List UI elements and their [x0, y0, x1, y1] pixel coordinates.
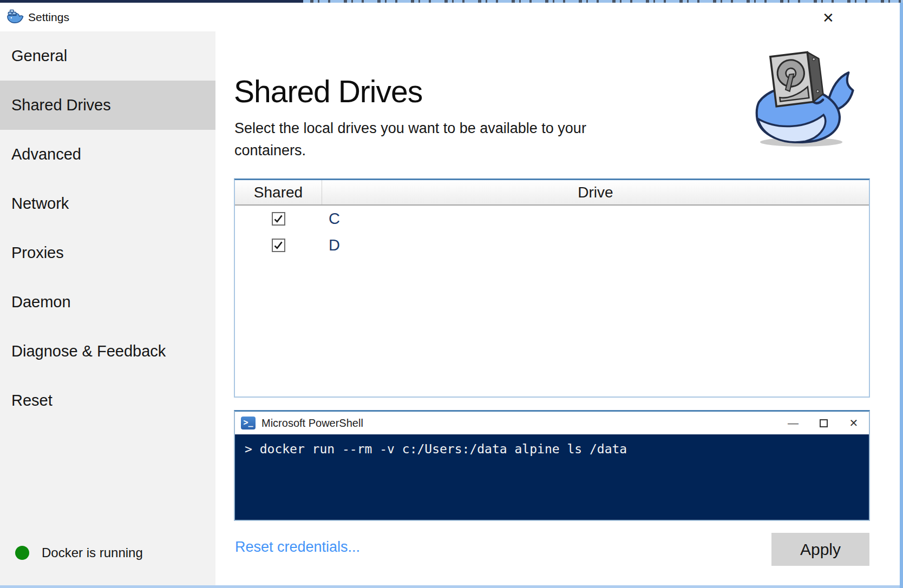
window-bottom-border [0, 585, 900, 588]
powershell-window: >_ Microsoft PowerShell —✕ > docker run … [234, 410, 870, 521]
title-bar: Settings ✕ [0, 3, 900, 31]
docker-whale-icon [6, 9, 24, 25]
sidebar-item-diagnose-feedback[interactable]: Diagnose & Feedback [0, 327, 215, 376]
status-text: Docker is running [42, 545, 143, 560]
powershell-window-controls: —✕ [778, 412, 869, 434]
sidebar-item-network[interactable]: Network [0, 179, 215, 228]
drive-row-d: D [235, 232, 869, 259]
status-dot-icon [15, 546, 29, 560]
drive-letter: C [322, 210, 869, 228]
drive-row-c: C [235, 206, 869, 232]
checkbox-cell [235, 239, 322, 252]
column-header-drive: Drive [322, 180, 869, 204]
settings-window: Settings ✕ GeneralShared DrivesAdvancedN… [0, 0, 903, 588]
powershell-titlebar: >_ Microsoft PowerShell —✕ [235, 412, 869, 434]
sidebar-item-shared-drives[interactable]: Shared Drives [0, 81, 215, 130]
sidebar-nav: GeneralShared DrivesAdvancedNetworkProxi… [0, 31, 215, 425]
apply-button[interactable]: Apply [771, 533, 869, 566]
shared-drives-table: Shared Drive CD [234, 179, 870, 398]
checkbox-cell [235, 212, 322, 226]
sidebar-item-proxies[interactable]: Proxies [0, 228, 215, 278]
powershell-minimize-icon[interactable]: — [778, 412, 808, 434]
powershell-maximize-icon[interactable] [808, 412, 839, 434]
window-right-border [900, 3, 903, 588]
terminal-output: > docker run --rm -v c:/Users:/data alpi… [235, 434, 869, 520]
drive-checkbox-c[interactable] [272, 212, 285, 226]
sidebar-item-advanced[interactable]: Advanced [0, 130, 215, 179]
sidebar-item-daemon[interactable]: Daemon [0, 278, 215, 327]
window-title: Settings [28, 3, 69, 31]
reset-credentials-link[interactable]: Reset credentials... [235, 539, 360, 556]
sidebar: GeneralShared DrivesAdvancedNetworkProxi… [0, 31, 215, 585]
main-panel: Shared Drives Select the local drives yo… [215, 31, 900, 585]
docker-status: Docker is running [15, 545, 143, 560]
drive-letter: D [322, 236, 869, 254]
table-header: Shared Drive [235, 180, 869, 206]
sidebar-item-general[interactable]: General [0, 31, 215, 81]
sidebar-item-reset[interactable]: Reset [0, 376, 215, 425]
drive-checkbox-d[interactable] [272, 239, 285, 252]
powershell-title: Microsoft PowerShell [261, 417, 363, 430]
window-close-icon[interactable]: ✕ [816, 6, 841, 30]
powershell-close-icon[interactable]: ✕ [839, 412, 869, 434]
page-description: Select the local drives you want to be a… [234, 117, 603, 162]
powershell-icon: >_ [241, 417, 256, 430]
whale-harddrive-illustration [735, 49, 865, 149]
table-body: CD [235, 206, 869, 259]
column-header-shared: Shared [235, 180, 322, 204]
page-title: Shared Drives [234, 74, 422, 109]
